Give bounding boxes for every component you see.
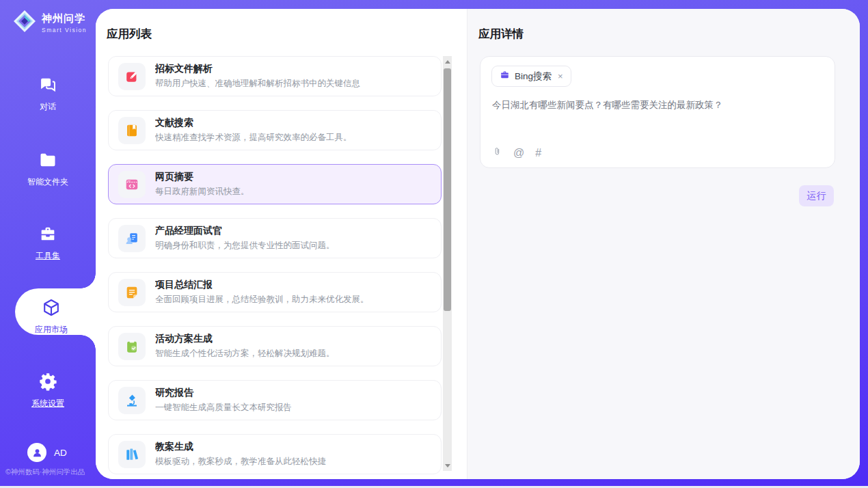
mention-icon[interactable]: @: [513, 147, 524, 159]
app-window: 神州问学 Smart Vision 对话智能文件夹工具集应用市场系统设置 AD …: [0, 0, 868, 488]
folder-icon: [38, 150, 57, 170]
sidebar-item-label: 对话: [0, 101, 96, 113]
sidebar-item-app-market[interactable]: 应用市场: [11, 298, 92, 336]
sidebar: 神州问学 Smart Vision 对话智能文件夹工具集应用市场系统设置 AD …: [0, 0, 96, 486]
tool-chip-label: Bing搜索: [515, 70, 552, 83]
app-card-description: 明确身份和职责，为您提供专业性的面试问题。: [155, 240, 335, 252]
sidebar-item-system-settings[interactable]: 系统设置: [0, 372, 96, 409]
app-card-description: 模板驱动，教案秒成，教学准备从此轻松快捷: [155, 456, 326, 467]
main-content: 应用列表 招标文件解析帮助用户快速、准确地理解和解析招标书中的关键信息文献搜索快…: [96, 9, 860, 479]
microscope-icon: [118, 387, 146, 414]
app-detail-panel: 应用详情 Bing搜索 × 今日湖北有哪些新闻要点？有哪些需要关注的最新政策？: [467, 9, 860, 479]
books-icon: [118, 441, 146, 468]
app-card-title: 产品经理面试官: [155, 225, 335, 236]
sidebar-item-toolset[interactable]: 工具集: [0, 224, 96, 262]
app-card-activity-plan[interactable]: 活动方案生成智能生成个性化活动方案，轻松解决规划难题。: [108, 326, 442, 366]
app-card-description: 每日政府新闻资讯快查。: [155, 186, 249, 198]
user-name: AD: [54, 448, 67, 458]
app-card-description: 智能生成个性化活动方案，轻松解决规划难题。: [155, 348, 335, 360]
avatar: [27, 443, 46, 462]
app-card-title: 教案生成: [155, 441, 326, 452]
sidebar-item-label: 应用市场: [11, 324, 92, 336]
app-card-description: 一键智能生成高质量长文本研究报告: [155, 402, 292, 414]
sidebar-item-smart-folder[interactable]: 智能文件夹: [0, 150, 96, 188]
user-account[interactable]: AD: [27, 443, 67, 462]
input-toolbar: @ #: [492, 146, 541, 159]
app-card-description: 快速精准查找学术资源，提高研究效率的必备工具。: [155, 132, 352, 144]
sidebar-item-label: 工具集: [0, 250, 96, 262]
logo-subtitle: Smart Vision: [42, 27, 87, 33]
tool-chip-bing-search[interactable]: Bing搜索 ×: [491, 66, 571, 87]
app-card-pm-interviewer[interactable]: 产品经理面试官明确身份和职责，为您提供专业性的面试问题。: [108, 218, 442, 258]
hash-icon[interactable]: #: [535, 147, 541, 159]
app-card-tender-analysis[interactable]: 招标文件解析帮助用户快速、准确地理解和解析招标书中的关键信息: [108, 56, 442, 96]
cube-icon: [42, 298, 61, 317]
app-card-lesson-plan[interactable]: 教案生成模板驱动，教案秒成，教学准备从此轻松快捷: [108, 434, 442, 474]
app-card-list: 招标文件解析帮助用户快速、准确地理解和解析招标书中的关键信息文献搜索快速精准查找…: [108, 56, 442, 474]
app-card-literature-search[interactable]: 文献搜索快速精准查找学术资源，提高研究效率的必备工具。: [108, 110, 442, 150]
scroll-up-icon[interactable]: [443, 57, 452, 66]
edit-doc-icon: [118, 63, 146, 90]
app-card-title: 活动方案生成: [155, 333, 335, 344]
sidebar-item-chat[interactable]: 对话: [0, 75, 96, 113]
note-icon: [118, 279, 146, 306]
logo-diamond-icon: [12, 9, 37, 36]
browser-code-icon: [118, 171, 146, 198]
chat-icon: [38, 75, 57, 94]
app-card-title: 网页摘要: [155, 171, 249, 182]
gear-icon: [38, 372, 57, 391]
app-list-title: 应用列表: [107, 27, 152, 42]
app-detail-title: 应用详情: [478, 27, 524, 42]
logo-title: 神州问学: [42, 12, 87, 25]
interviewer-icon: [118, 225, 146, 252]
app-card-research-report[interactable]: 研究报告一键智能生成高质量长文本研究报告: [108, 380, 442, 420]
app-card-project-summary[interactable]: 项目总结汇报全面回顾项目进展，总结经验教训，助力未来优化发展。: [108, 272, 442, 312]
app-card-title: 文献搜索: [155, 117, 352, 128]
scrollbar[interactable]: [443, 56, 452, 471]
book-icon: [118, 117, 146, 144]
toolbox-icon: [38, 224, 57, 243]
copyright-text: ©神州数码·神州问学出品: [5, 467, 96, 477]
close-icon[interactable]: ×: [558, 72, 563, 81]
app-list-panel: 应用列表 招标文件解析帮助用户快速、准确地理解和解析招标书中的关键信息文献搜索快…: [96, 9, 467, 479]
app-card-title: 项目总结汇报: [155, 279, 369, 290]
scroll-down-icon[interactable]: [443, 461, 452, 470]
paperclip-icon[interactable]: [492, 146, 502, 159]
app-logo: 神州问学 Smart Vision: [12, 9, 87, 36]
clipboard-check-icon: [118, 333, 146, 360]
run-button[interactable]: 运行: [799, 185, 834, 206]
query-text-input[interactable]: 今日湖北有哪些新闻要点？有哪些需要关注的最新政策？: [492, 99, 824, 111]
briefcase-icon: [500, 70, 510, 83]
app-card-title: 招标文件解析: [155, 63, 360, 74]
sidebar-item-label: 智能文件夹: [0, 176, 96, 188]
app-card-title: 研究报告: [155, 387, 292, 398]
app-card-web-summary[interactable]: 网页摘要每日政府新闻资讯快查。: [108, 164, 442, 204]
sidebar-item-label: 系统设置: [0, 398, 96, 409]
scrollbar-thumb[interactable]: [444, 68, 451, 311]
app-card-description: 全面回顾项目进展，总结经验教训，助力未来优化发展。: [155, 294, 369, 306]
query-input-card[interactable]: Bing搜索 × 今日湖北有哪些新闻要点？有哪些需要关注的最新政策？ @ #: [480, 56, 835, 168]
app-card-description: 帮助用户快速、准确地理解和解析招标书中的关键信息: [155, 78, 360, 90]
